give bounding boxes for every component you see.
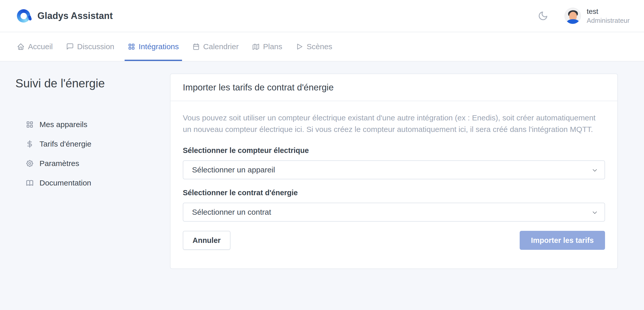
sidebar-item-label: Mes appareils [39, 120, 87, 129]
page-content: Suivi de l'énergie Mes appareils Tarifs … [0, 62, 644, 310]
calendar-icon [192, 43, 200, 50]
tab-integrations[interactable]: Intégrations [125, 32, 182, 61]
sidebar-item-tarifs[interactable]: Tarifs d'énergie [15, 134, 159, 154]
gear-icon [26, 159, 34, 168]
home-icon [17, 43, 25, 50]
sidebar-item-devices[interactable]: Mes appareils [15, 115, 159, 134]
app-title: Gladys Assistant [37, 11, 113, 21]
sidebar-item-label: Documentation [39, 179, 91, 187]
device-select-label: Sélectionner le compteur électrique [183, 146, 605, 155]
contract-select-value: Sélectionner un contrat [192, 208, 271, 216]
contract-select[interactable]: Sélectionner un contrat [183, 203, 605, 222]
tab-label: Scènes [307, 42, 332, 51]
main-nav: Accueil Discussion Intégrations Calendri… [0, 32, 644, 61]
sidebar-item-label: Paramètres [39, 159, 79, 168]
device-select[interactable]: Sélectionner un appareil [183, 160, 605, 179]
tab-accueil[interactable]: Accueil [14, 32, 56, 61]
tab-label: Accueil [28, 42, 53, 51]
user-menu[interactable]: test Administrateur [565, 7, 630, 25]
device-select-value: Sélectionner un appareil [192, 166, 275, 174]
moon-icon [538, 11, 548, 21]
gladys-logo-icon [17, 9, 30, 23]
grid-icon [128, 43, 135, 50]
chevron-down-icon [591, 209, 598, 216]
tab-discussion[interactable]: Discussion [63, 32, 117, 61]
cancel-button[interactable]: Annuler [183, 231, 230, 250]
tab-label: Discussion [77, 42, 114, 51]
sidebar-item-label: Tarifs d'énergie [39, 140, 92, 148]
avatar [565, 8, 581, 24]
chevron-down-icon [591, 167, 598, 174]
tab-plans[interactable]: Plans [249, 32, 285, 61]
tab-label: Plans [263, 42, 282, 51]
energy-sidebar: Suivi de l'énergie Mes appareils Tarifs … [15, 76, 159, 193]
map-icon [252, 43, 260, 50]
sidebar-item-parametres[interactable]: Paramètres [15, 154, 159, 173]
tab-calendrier[interactable]: Calendrier [189, 32, 242, 61]
import-tariffs-card: Importer les tarifs de contrat d'énergie… [170, 74, 618, 269]
sidebar-item-documentation[interactable]: Documentation [15, 173, 159, 193]
user-name: test [587, 7, 630, 16]
contract-select-label: Sélectionner le contrat d'énergie [183, 189, 605, 197]
grid-icon [26, 120, 34, 129]
card-title: Importer les tarifs de contrat d'énergie [183, 82, 334, 92]
play-icon [296, 43, 303, 50]
card-description: Vous pouvez soit utiliser un compteur él… [183, 112, 605, 135]
import-tariffs-button[interactable]: Importer les tarifs [520, 231, 605, 250]
tab-label: Intégrations [139, 42, 179, 51]
card-header: Importer les tarifs de contrat d'énergie [170, 74, 617, 101]
page-title: Suivi de l'énergie [15, 76, 159, 90]
user-role: Administrateur [587, 17, 630, 25]
dark-mode-toggle[interactable] [538, 11, 548, 21]
tab-label: Calendrier [203, 42, 239, 51]
dollar-icon [26, 140, 34, 148]
message-icon [66, 43, 74, 50]
brand-link[interactable]: Gladys Assistant [17, 9, 113, 23]
book-icon [26, 179, 34, 187]
app-header: Gladys Assistant test Administrateur [0, 0, 644, 32]
tab-scenes[interactable]: Scènes [293, 32, 335, 61]
